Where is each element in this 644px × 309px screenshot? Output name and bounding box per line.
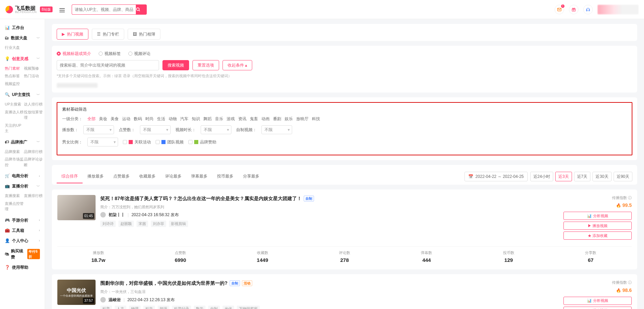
cat-科技[interactable]: 科技 (312, 116, 320, 121)
cat-知识[interactable]: 知识 (192, 116, 200, 121)
cat-资讯[interactable]: 资讯 (238, 116, 246, 121)
sort-4[interactable]: 评论最多 (160, 170, 186, 183)
btn-analyze[interactable]: 📊 分析视频 (563, 297, 632, 305)
cat-美妆[interactable]: 美妆 (99, 116, 107, 121)
range-1[interactable]: 近3天 (555, 172, 572, 181)
mail-icon[interactable]: 1 (555, 5, 564, 14)
sort-7[interactable]: 分享最多 (238, 170, 264, 183)
nav-bigboard[interactable]: 🗂 数据大盘﹀ (0, 33, 45, 43)
range-2[interactable]: 近7天 (574, 172, 591, 181)
reset-button[interactable]: 重置选项 (192, 60, 219, 70)
cat-番剧[interactable]: 番剧 (273, 116, 281, 121)
nav-mobile[interactable]: 🎮 手游分析› (0, 215, 45, 225)
tab-hot-album[interactable]: 🖼 热门相簿 (128, 29, 160, 40)
filter-panel: 素材基础筛选 一级分类： 全部美妆美食运动数码时尚生活动物汽车知识舞蹈音乐游戏资… (57, 102, 632, 155)
global-search-button[interactable] (136, 4, 147, 15)
sort-6[interactable]: 投币最多 (212, 170, 238, 183)
cat-运动[interactable]: 运动 (122, 116, 130, 121)
nav-creative[interactable]: 💡 创意灵感﹀ (0, 54, 45, 64)
chk-activity[interactable]: 关联活动 (123, 139, 151, 145)
sel-self[interactable]: 不限 (261, 125, 292, 134)
btn-playback[interactable]: ▶ 播放视频 (563, 222, 632, 230)
sort-0[interactable]: 综合排序 (57, 170, 83, 183)
cat-娱乐[interactable]: 娱乐 (285, 116, 293, 121)
cat-全部[interactable]: 全部 (87, 116, 96, 121)
global-search-input[interactable] (72, 4, 136, 15)
range-4[interactable]: 近90天 (614, 172, 632, 181)
cat-音乐[interactable]: 音乐 (215, 116, 223, 121)
chk-brand[interactable]: 品牌赞助 (188, 139, 216, 145)
keyword-input[interactable] (57, 60, 159, 70)
cat-时尚[interactable]: 时尚 (145, 116, 154, 121)
nav-renew[interactable]: 🛍 购买续费年付6折 (0, 246, 45, 262)
sort-1[interactable]: 播放最多 (83, 170, 109, 183)
user-area[interactable] (598, 5, 639, 14)
collapse-button[interactable]: 收起条件 ▴ (223, 60, 252, 70)
video-card-0: 01:45 笑死！87年这是捅了美人窝了吗？？怎么出生在这一年的全是美女？属实是… (52, 189, 637, 270)
sel-play[interactable]: 不限 (83, 125, 114, 134)
video-thumb[interactable]: 01:45 (57, 195, 96, 220)
brand-logo[interactable]: 飞瓜数据BZ.FEIGUA.CN B站版 (5, 5, 53, 14)
nav-profile[interactable]: 👤 个人中心› (0, 236, 45, 246)
nav-live[interactable]: 📺 直播分析﹀ (0, 181, 45, 191)
btn-analyze[interactable]: 📊 分析视频 (563, 212, 632, 220)
sidebar: 📊 工作台 🗂 数据大盘﹀ 行业大盘 💡 创意灵感﹀ 热门素材 视频预修 热点标… (0, 19, 45, 309)
gift-icon[interactable] (569, 5, 578, 14)
cat-游戏[interactable]: 游戏 (227, 116, 235, 121)
video-title[interactable]: 围剿华尔街，对弈华盛顿，中国光伏是如何成为世界第一的? 自制活动 (100, 280, 559, 287)
sort-3[interactable]: 收藏最多 (134, 170, 160, 183)
video-title[interactable]: 笑死！87年这是捅了美人窝了吗？？怎么出生在这一年的全是美女？属实是内娱女星大团… (100, 195, 559, 202)
svg-point-0 (136, 8, 139, 10)
avatar[interactable] (100, 297, 106, 303)
video-thumb[interactable]: 中国光伏一个你未曾听闻的血腥故事37:57 (57, 280, 96, 305)
radio-title[interactable]: 视频标题或简介 (57, 51, 91, 57)
nav-workbench[interactable]: 📊 工作台 (0, 23, 45, 33)
up-name[interactable]: 初柒丨丨 (109, 212, 125, 218)
redacted (57, 83, 98, 88)
cat-舞蹈[interactable]: 舞蹈 (203, 116, 212, 121)
cat-生活[interactable]: 生活 (157, 116, 165, 121)
tab-hot-video[interactable]: ▶ 热门视频 (57, 29, 88, 40)
top-tabs: ▶ 热门视频 ☰ 热门专栏 🖼 热门相簿 (57, 29, 632, 40)
nav-ecom[interactable]: 🛒 电商分析› (0, 171, 45, 181)
search-hint: *支持多个关键词组合搜索。示例：绿茶 语录（用空格隔开关键词，搜索的视频中将同时… (57, 73, 632, 79)
menu-toggle[interactable] (59, 7, 65, 12)
cat-鬼畜[interactable]: 鬼畜 (250, 116, 258, 121)
sort-5[interactable]: 弹幕最多 (186, 170, 212, 183)
range-0[interactable]: 近24小时 (530, 172, 553, 181)
cat-美食[interactable]: 美食 (111, 116, 119, 121)
tab-hot-column[interactable]: ☰ 热门专栏 (92, 29, 124, 40)
avatar[interactable] (100, 212, 106, 217)
cat-汽车[interactable]: 汽车 (180, 116, 188, 121)
nav-help[interactable]: ❓ 使用帮助 (0, 262, 45, 272)
btn-playback[interactable]: ▶ 播放视频 (563, 307, 632, 309)
range-3[interactable]: 近30天 (592, 172, 611, 181)
up-name[interactable]: 温峻岩 (109, 297, 121, 303)
video-card-1: 中国光伏一个你未曾听闻的血腥故事37:57 围剿华尔街，对弈华盛顿，中国光伏是如… (52, 274, 637, 309)
cat-动物[interactable]: 动物 (169, 116, 177, 121)
search-video-button[interactable]: 搜索视频 (162, 60, 189, 70)
btn-fav[interactable]: ★ 添加收藏 (563, 231, 632, 240)
cat-放映厅[interactable]: 放映厅 (296, 116, 309, 121)
date-range[interactable]: 📅2022-04-22 ～ 2022-04-25 (464, 172, 527, 181)
nav-brand[interactable]: 🏷 品牌推广﹀ (0, 137, 45, 147)
cat-数码[interactable]: 数码 (134, 116, 142, 121)
headset-icon[interactable] (583, 5, 593, 14)
cat-动画[interactable]: 动画 (261, 116, 270, 121)
chk-team[interactable]: 团队视频 (156, 139, 184, 145)
sel-dur[interactable]: 不限 (201, 125, 231, 134)
nav-upsearch[interactable]: 🔍 UP主查找﹀ (0, 89, 45, 100)
sel-like[interactable]: 不限 (140, 125, 171, 134)
sort-2[interactable]: 点赞最多 (109, 170, 134, 183)
nav-tools[interactable]: 🧰 工具箱› (0, 225, 45, 236)
radio-tag[interactable]: 视频标签 (99, 51, 121, 57)
radio-comment[interactable]: 视频评论 (128, 51, 151, 57)
sel-ratio[interactable]: 不限 (87, 138, 118, 146)
